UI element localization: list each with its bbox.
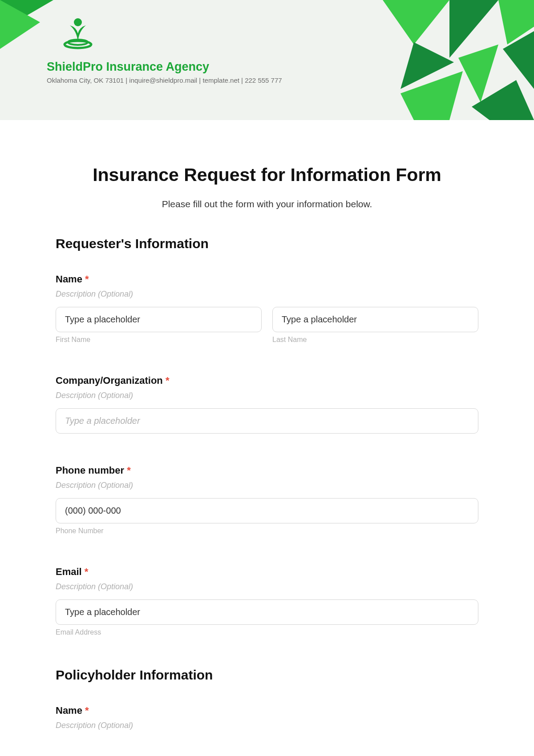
- header-banner: ShieldPro Insurance Agency Oklahoma City…: [0, 0, 534, 120]
- email-sublabel: Email Address: [56, 628, 478, 636]
- company-name: ShieldPro Insurance Agency: [47, 60, 282, 74]
- company-info-block: ShieldPro Insurance Agency Oklahoma City…: [47, 16, 282, 84]
- field-group-policyholder-name: Name * Description (Optional): [56, 705, 478, 730]
- field-group-company: Company/Organization * Description (Opti…: [56, 375, 478, 434]
- required-marker: *: [127, 465, 131, 476]
- required-marker: *: [85, 566, 89, 577]
- form-subtitle: Please fill out the form with your infor…: [56, 199, 478, 209]
- field-label-email: Email *: [56, 566, 478, 578]
- section-heading-requester: Requester's Information: [56, 236, 478, 251]
- phone-sublabel: Phone Number: [56, 527, 478, 535]
- field-description-phone: Description (Optional): [56, 481, 478, 490]
- svg-marker-6: [458, 44, 498, 102]
- label-text: Company/Organization: [56, 375, 163, 386]
- last-name-input[interactable]: [272, 307, 478, 332]
- field-description-policyholder-name: Description (Optional): [56, 721, 478, 730]
- svg-point-12: [74, 18, 82, 26]
- field-label-phone: Phone number *: [56, 465, 478, 476]
- phone-input[interactable]: [56, 498, 478, 523]
- field-label-company: Company/Organization *: [56, 375, 478, 386]
- required-marker: *: [166, 375, 170, 386]
- field-description-email: Description (Optional): [56, 582, 478, 591]
- section-heading-policyholder: Policyholder Information: [56, 668, 478, 683]
- decorative-triangles-right: [312, 0, 534, 120]
- form-content: Insurance Request for Information Form P…: [0, 120, 534, 756]
- last-name-sublabel: Last Name: [272, 336, 478, 344]
- field-description-name: Description (Optional): [56, 290, 478, 299]
- first-name-sublabel: First Name: [56, 336, 262, 344]
- form-title: Insurance Request for Information Form: [56, 165, 478, 185]
- company-logo-icon: [60, 16, 96, 51]
- field-group-email: Email * Description (Optional) Email Add…: [56, 566, 478, 636]
- company-contact-line: Oklahoma City, OK 73101 | inquire@shield…: [47, 76, 282, 84]
- svg-marker-2: [383, 0, 449, 44]
- field-description-company: Description (Optional): [56, 391, 478, 400]
- email-input[interactable]: [56, 599, 478, 625]
- field-group-phone: Phone number * Description (Optional) Ph…: [56, 465, 478, 535]
- label-text: Email: [56, 566, 82, 577]
- field-label-name: Name *: [56, 273, 478, 285]
- label-text: Phone number: [56, 465, 124, 476]
- field-label-policyholder-name: Name *: [56, 705, 478, 716]
- first-name-input[interactable]: [56, 307, 262, 332]
- required-marker: *: [85, 273, 89, 285]
- required-marker: *: [85, 705, 89, 716]
- field-group-name: Name * Description (Optional) First Name…: [56, 273, 478, 344]
- label-text: Name: [56, 273, 82, 285]
- label-text: Name: [56, 705, 82, 716]
- company-input[interactable]: [56, 408, 478, 434]
